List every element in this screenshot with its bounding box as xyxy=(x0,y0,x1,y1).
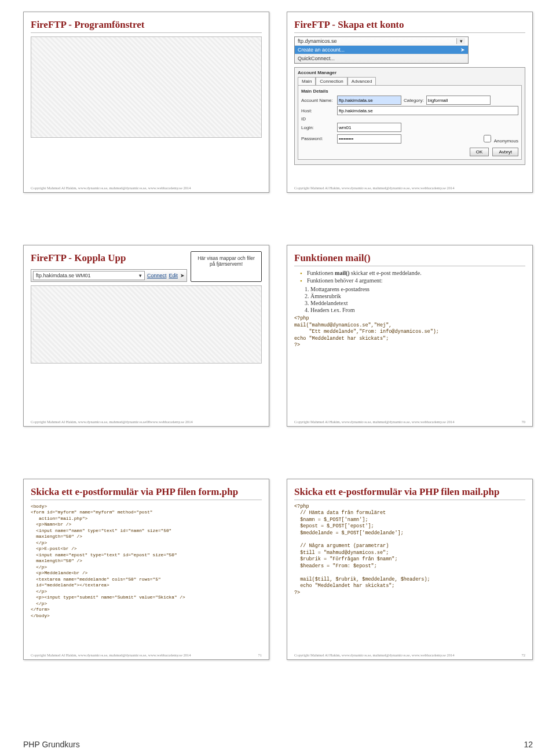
host-input[interactable] xyxy=(337,106,518,115)
copyright: Copyright Mahmud Al Hakim, www.dynamicos… xyxy=(294,653,525,657)
tab-connection[interactable]: Connection xyxy=(316,77,347,85)
ok-button[interactable]: OK xyxy=(470,148,489,156)
copyright: Copyright Mahmud Al Hakim, www.dynamicos… xyxy=(294,186,525,190)
slide-fireftp-programfonstret: FireFTP - Programfönstret Copyright Mahm… xyxy=(23,12,269,193)
slide-fireftp-skapa-konto: FireFTP - Skapa ett konto ftp.dynamicos.… xyxy=(287,12,533,193)
account-manager-panel: Account Manager MainConnectionAdvanced M… xyxy=(294,67,525,165)
dropdown-option[interactable]: QuickConnect... xyxy=(298,56,335,61)
slide-number: 72 xyxy=(522,653,526,657)
slide-form-php: Skicka ett e-postformulär via PHP filen … xyxy=(23,479,269,660)
ordered-item: Headers t.ex. From xyxy=(310,307,525,313)
copyright: Copyright Mahmud Al Hakim, www.dynamicos… xyxy=(31,653,262,657)
slide-title: FireFTP - Skapa ett konto xyxy=(294,19,525,33)
ordered-item: Ämnesrubrik xyxy=(310,293,525,299)
host-dropdown[interactable]: ftp.hakimdata.se WM01▾ xyxy=(33,271,145,280)
cursor-icon: ➤ xyxy=(460,47,465,53)
slide-title: FireFTP - Programfönstret xyxy=(31,19,262,33)
callout-box: Här visas mappar och filer på fjärrserve… xyxy=(191,251,262,282)
cursor-icon: ➤ xyxy=(180,273,185,278)
password-input[interactable] xyxy=(337,134,401,144)
bullet: Funktionen mail() skickar ett e-post med… xyxy=(300,270,525,276)
cancel-button[interactable]: Avbryt xyxy=(492,148,518,156)
page-footer: PHP Grundkurs 12 xyxy=(23,740,533,749)
label-login: Login: xyxy=(301,125,335,130)
tab-main[interactable]: Main xyxy=(298,77,316,85)
code-block: <?php // Hämta data från formuläret $nam… xyxy=(294,504,525,597)
slide-mail-php: Skicka ett e-postformulär via PHP filen … xyxy=(287,479,533,660)
copyright: Copyright Mahmud Al Hakim, www.dynamicos… xyxy=(294,420,525,424)
chevron-down-icon[interactable]: ▾ xyxy=(456,38,465,44)
panel-title: Account Manager xyxy=(298,70,522,75)
label-password: Password: xyxy=(301,136,335,141)
connect-toolbar: ftp.hakimdata.se WM01▾ Connect Edit ➤ xyxy=(31,269,187,282)
code-block: <?php mail("mahmud@dynamicos.se","Hej", … xyxy=(294,315,525,348)
label-id: ID xyxy=(301,116,335,122)
slide-title: FireFTP - Koppla Upp xyxy=(31,252,187,266)
slide-fireftp-koppla-upp: FireFTP - Koppla Upp ftp.hakimdata.se WM… xyxy=(23,245,269,426)
code-block: <body> <form id="myform" name="myform" m… xyxy=(31,504,262,619)
section-label: Main Details xyxy=(301,89,518,94)
screenshot-placeholder xyxy=(31,285,262,364)
label-category: Category: xyxy=(404,98,424,103)
dropdown-option-selected[interactable]: Create an account... xyxy=(298,47,345,53)
slide-number: 70 xyxy=(522,420,526,424)
callout-text: Här visas mappar och filer på fjärrserve… xyxy=(197,255,255,267)
slide-title: Funktionen mail() xyxy=(294,252,525,266)
edit-link[interactable]: Edit xyxy=(169,273,178,278)
ordered-item: Mottagarens e-postadress xyxy=(310,286,525,292)
account-dropdown[interactable]: ftp.dynamicos.se▾ Create an account...➤ … xyxy=(294,36,469,64)
dropdown-option[interactable]: ftp.dynamicos.se xyxy=(298,38,337,44)
slide-title: Skicka ett e-postformulär via PHP filen … xyxy=(294,486,525,500)
login-input[interactable] xyxy=(337,123,401,132)
bullet: Funktionen behöver 4 argument: xyxy=(300,277,525,284)
account-name-input[interactable] xyxy=(337,96,401,105)
copyright: Copyright Mahmud Al Hakim, www.dynamicos… xyxy=(31,186,262,190)
chevron-down-icon: ▾ xyxy=(139,273,142,278)
screenshot-placeholder xyxy=(31,36,262,138)
slide-title: Skicka ett e-postformulär via PHP filen … xyxy=(31,486,262,500)
connect-link[interactable]: Connect xyxy=(147,273,167,278)
category-input[interactable] xyxy=(426,96,491,105)
tab-advanced[interactable]: Advanced xyxy=(348,77,376,85)
slide-funktionen-mail: Funktionen mail() Funktionen mail() skic… xyxy=(287,245,533,426)
label-host: Host: xyxy=(301,108,335,113)
anonymous-checkbox[interactable]: Anonymous xyxy=(481,133,518,144)
slide-number: 71 xyxy=(258,653,262,657)
label-account-name: Account Name: xyxy=(301,98,335,103)
footer-page-number: 12 xyxy=(524,740,533,749)
copyright: Copyright Mahmud Al Hakim, www.dynamicos… xyxy=(31,420,262,424)
ordered-item: Meddelandetext xyxy=(310,300,525,306)
footer-left: PHP Grundkurs xyxy=(23,740,80,749)
